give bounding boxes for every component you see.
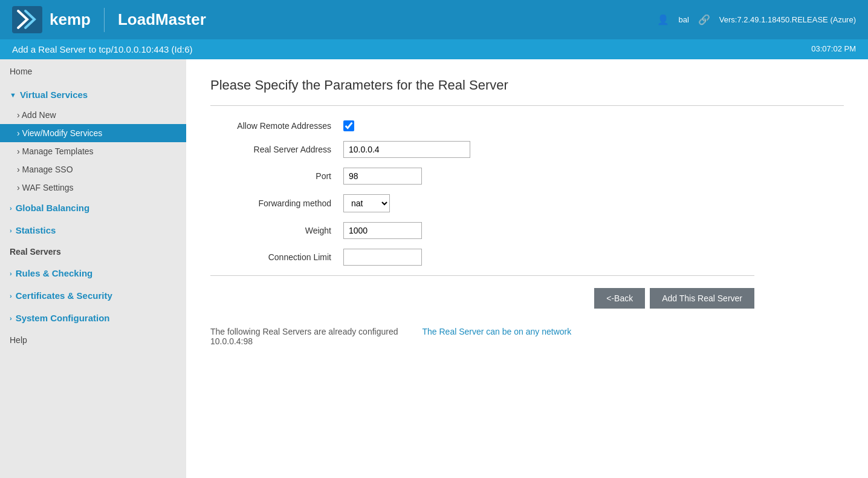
sidebar-item-home[interactable]: Home [0,59,186,83]
sidebar-item-real-servers[interactable]: Real Servers [0,241,186,262]
sidebar-section-virtual-services[interactable]: ▼ Virtual Services [0,83,186,106]
username: bal [678,15,688,24]
expand-arrow-certs: › [10,292,12,300]
sidebar-item-help[interactable]: Help [0,329,186,351]
expand-arrow: ▼ [10,91,16,99]
real-server-address-input[interactable] [343,141,470,158]
button-row: <-Back Add This Real Server [210,288,754,309]
network-info: The Real Server can be on any network [423,327,572,346]
section-label-gb: Global Balancing [16,203,90,213]
real-server-address-label: Real Server Address [210,145,343,154]
divider-top [210,105,844,106]
sidebar-item-waf-settings[interactable]: › WAF Settings [0,178,186,197]
expand-arrow-system: › [10,315,12,322]
current-time: 03:07:02 PM [811,44,856,54]
sidebar-item-manage-sso[interactable]: › Manage SSO [0,160,186,178]
port-control [343,168,422,185]
sidebar-section-global-balancing[interactable]: › Global Balancing [0,197,186,219]
sidebar-item-manage-templates[interactable]: › Manage Templates [0,142,186,160]
section-label-rules: Rules & Checking [16,268,93,278]
connection-limit-input[interactable] [343,249,422,266]
real-server-address-row: Real Server Address [210,141,844,158]
main-content: Please Specify the Parameters for the Re… [186,59,868,478]
section-label-stats: Statistics [16,225,56,235]
header-subtitle-bar: Add a Real Server to tcp/10.0.0.10:443 (… [0,39,868,59]
sidebar-section-certs[interactable]: › Certificates & Security [0,284,186,307]
port-input[interactable] [343,168,422,185]
weight-row: Weight [210,222,844,239]
brand-name: kemp [50,10,91,29]
already-configured-info: The following Real Servers are already c… [210,327,398,346]
connection-limit-label: Connection Limit [210,252,343,262]
user-icon: 👤 [657,14,669,25]
forwarding-method-select[interactable]: nat route tunnel [343,194,390,212]
allow-remote-label: Allow Remote Addresses [210,121,343,131]
page-title: Please Specify the Parameters for the Re… [210,77,844,93]
sidebar: Home ▼ Virtual Services › Add New › View… [0,59,186,478]
port-row: Port [210,168,844,185]
port-label: Port [210,171,343,181]
forwarding-method-row: Forwarding method nat route tunnel [210,194,844,212]
app-title: LoadMaster [118,10,206,29]
weight-control [343,222,422,239]
page-subtitle: Add a Real Server to tcp/10.0.0.10:443 (… [12,44,193,54]
sidebar-section-rules[interactable]: › Rules & Checking [0,262,186,284]
section-label-system: System Configuration [16,313,110,323]
back-button[interactable]: <-Back [594,288,645,309]
sidebar-section-system[interactable]: › System Configuration [0,307,186,329]
sidebar-item-view-modify[interactable]: › View/Modify Services [0,124,186,142]
logo-area: kemp LoadMaster [12,6,206,33]
real-server-address-control [343,141,470,158]
share-icon: 🔗 [698,14,710,25]
connection-limit-control [343,249,422,266]
connection-limit-row: Connection Limit [210,249,844,266]
divider-bottom [210,275,754,276]
allow-remote-row: Allow Remote Addresses [210,120,844,131]
info-row: The following Real Servers are already c… [210,327,844,346]
expand-arrow-stats: › [10,227,12,234]
sidebar-item-add-new[interactable]: › Add New [0,106,186,124]
forwarding-method-control: nat route tunnel [343,194,390,212]
version: Vers:7.2.49.1.18450.RELEASE (Azure) [719,15,856,24]
sidebar-section-statistics[interactable]: › Statistics [0,219,186,241]
already-configured-value: 10.0.0.4:98 [210,336,253,346]
network-label: The Real Server can be on any network [423,327,572,336]
expand-arrow-rules: › [10,270,12,277]
forwarding-method-label: Forwarding method [210,198,343,208]
weight-label: Weight [210,226,343,235]
header: kemp LoadMaster 👤 bal 🔗 Vers:7.2.49.1.18… [0,0,868,59]
header-user-info: 👤 bal 🔗 Vers:7.2.49.1.18450.RELEASE (Azu… [657,14,856,25]
already-configured-label: The following Real Servers are already c… [210,327,398,336]
weight-input[interactable] [343,222,422,239]
section-label: Virtual Services [20,90,88,100]
kemp-logo [12,6,42,33]
section-label-certs: Certificates & Security [16,290,112,301]
expand-arrow-gb: › [10,205,12,212]
add-real-server-button[interactable]: Add This Real Server [650,288,754,309]
allow-remote-checkbox[interactable] [343,120,354,131]
